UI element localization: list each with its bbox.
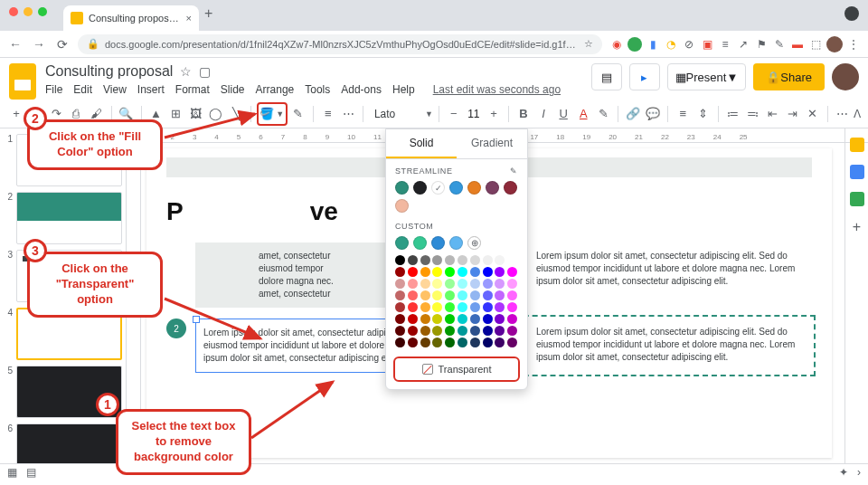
ext-icon[interactable]: ▣ [700,37,714,52]
menu-file[interactable]: File [45,83,62,96]
palette-swatch[interactable] [470,314,480,324]
ext-icon[interactable]: ◉ [609,37,624,52]
new-slide-button[interactable]: + [7,103,25,125]
palette-swatch[interactable] [432,279,442,289]
color-swatch[interactable] [431,236,445,250]
palette-swatch[interactable] [470,267,480,277]
grid-view-icon[interactable]: ▦ [7,466,17,479]
palette-swatch[interactable] [458,290,467,300]
palette-swatch[interactable] [470,326,480,336]
bold-button[interactable]: B [514,103,533,125]
palette-swatch[interactable] [507,326,517,336]
palette-swatch[interactable] [408,290,418,300]
border-dash-button[interactable]: ⋯ [339,103,357,125]
ext-icon[interactable] [627,37,642,52]
palette-swatch[interactable] [483,279,493,289]
palette-swatch[interactable] [408,267,418,277]
profile-avatar-icon[interactable] [826,36,843,52]
font-size-input[interactable]: 11 [465,108,483,120]
palette-swatch[interactable] [420,267,430,277]
palette-swatch[interactable] [432,314,442,324]
palette-swatch[interactable] [420,338,430,347]
palette-swatch[interactable] [395,255,405,265]
color-swatch[interactable] [395,236,409,250]
palette-swatch[interactable] [470,279,480,289]
transparent-button[interactable]: Transparent [393,357,520,382]
palette-swatch[interactable] [408,338,418,347]
palette-swatch[interactable] [420,326,430,336]
palette-swatch[interactable] [408,279,418,289]
palette-swatch[interactable] [495,326,505,336]
palette-swatch[interactable] [432,338,442,347]
palette-swatch[interactable] [458,314,467,324]
explore-button[interactable]: ✦ [839,466,848,479]
line-spacing-button[interactable]: ⇕ [693,103,712,125]
palette-swatch[interactable] [420,290,430,300]
palette-swatch[interactable] [445,290,455,300]
ext-icon[interactable]: ◔ [664,37,678,52]
palette-swatch[interactable] [395,302,405,312]
keep-icon[interactable] [850,165,864,179]
palette-swatch[interactable] [470,255,480,265]
palette-swatch[interactable] [458,279,467,289]
ext-icon[interactable]: ▮ [646,37,660,52]
text-block[interactable]: Lorem ipsum dolor sit amet, consectetur … [529,242,812,308]
content-cell-4-dashed[interactable]: 4Lorem ipsum dolor sit amet, consectetur… [500,319,812,373]
palette-swatch[interactable] [395,314,405,324]
font-family-select[interactable]: Lato [369,108,423,120]
palette-swatch[interactable] [408,302,418,312]
ext-icon[interactable]: ≡ [718,37,732,52]
indent-inc-button[interactable]: ⇥ [784,103,802,125]
palette-swatch[interactable] [445,255,455,265]
content-cell-3[interactable]: 3Lorem ipsum dolor sit amet, consectetur… [500,242,812,308]
palette-swatch[interactable] [420,279,430,289]
palette-swatch[interactable] [495,338,505,347]
palette-swatch[interactable] [458,338,467,347]
palette-swatch[interactable] [445,302,455,312]
highlight-button[interactable]: ✎ [594,103,612,125]
palette-swatch[interactable] [507,302,517,312]
last-edit-label[interactable]: Last edit was seconds ago [433,83,561,96]
palette-swatch[interactable] [483,338,493,347]
forward-button[interactable]: → [31,37,47,52]
ext-icon[interactable]: ✎ [772,37,787,52]
slide-thumb[interactable]: 2 [4,192,122,244]
palette-swatch[interactable] [470,290,480,300]
color-swatch[interactable] [395,181,409,195]
menu-addons[interactable]: Add-ons [341,83,382,96]
palette-swatch[interactable] [483,255,493,265]
collapse-toolbar-icon[interactable]: ᐱ [854,108,861,120]
palette-swatch[interactable] [495,255,505,265]
palette-swatch[interactable] [507,279,517,289]
palette-swatch[interactable] [495,290,505,300]
calendar-icon[interactable] [850,138,864,152]
palette-swatch[interactable] [395,290,405,300]
align-button[interactable]: ≡ [674,103,692,125]
palette-swatch[interactable] [432,255,442,265]
menu-insert[interactable]: Insert [137,83,165,96]
color-swatch[interactable] [413,181,427,195]
slideshow-button[interactable]: ▸ [629,63,660,90]
palette-swatch[interactable] [395,338,405,347]
palette-swatch[interactable] [458,267,467,277]
palette-swatch[interactable] [483,314,493,324]
palette-swatch[interactable] [495,279,505,289]
palette-swatch[interactable] [458,302,467,312]
menu-help[interactable]: Help [392,83,415,96]
close-icon[interactable] [9,7,18,16]
color-swatch[interactable] [486,181,499,195]
color-swatch[interactable] [504,181,517,195]
palette-swatch[interactable] [432,326,442,336]
addons-plus-icon[interactable]: + [853,219,861,235]
palette-swatch[interactable] [432,302,442,312]
edit-theme-icon[interactable]: ✎ [510,166,518,176]
underline-button[interactable]: U [554,103,572,125]
palette-swatch[interactable] [408,255,418,265]
minimize-icon[interactable] [24,7,33,16]
list-button[interactable]: ≔ [723,103,741,125]
star-icon[interactable]: ☆ [584,38,593,50]
palette-swatch[interactable] [432,290,442,300]
link-button[interactable]: 🔗 [624,103,642,125]
menu-tools[interactable]: Tools [305,83,330,96]
tab-solid[interactable]: Solid [386,129,457,158]
